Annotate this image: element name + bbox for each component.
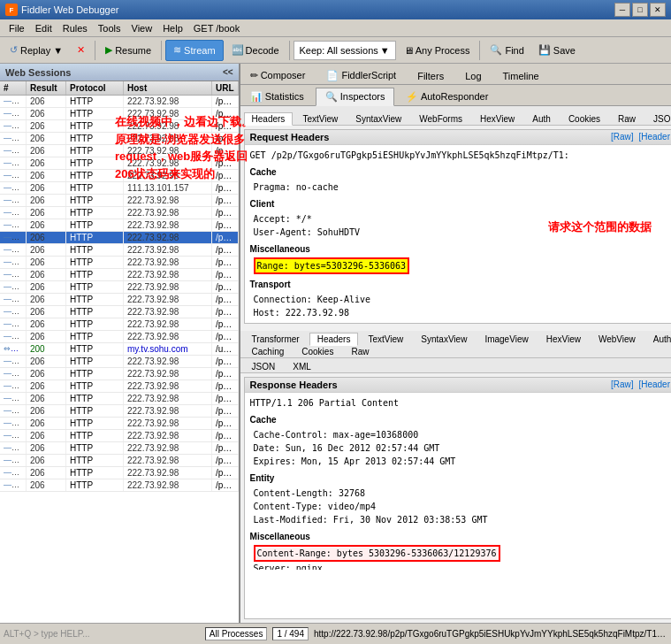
table-row[interactable]: —475 206 HTTP 222.73.92.98 /p2p/TGx... [0,455,239,467]
resp-tab-textview[interactable]: TextView [360,333,411,345]
table-row[interactable]: —471 206 HTTP 222.73.92.98 /p2p/TGx... [0,405,239,418]
req-tab-hexview[interactable]: HexView [472,112,522,125]
td-num: —468 [0,368,27,380]
process-selector[interactable]: All Processes [205,627,268,640]
x-button[interactable]: ✕ [71,40,91,61]
stream-button[interactable]: ≋ Stream [165,40,223,61]
td-protocol: HTTP [66,182,124,194]
tab-filters[interactable]: Filters [408,67,454,84]
td-host: 222.73.92.98 [124,331,212,342]
table-row[interactable]: —473 206 HTTP 222.73.92.98 /p2p/TGx... [0,430,239,442]
resp-tab-syntaxview[interactable]: SyntaxView [413,333,475,345]
minimize-button[interactable]: ─ [614,3,630,17]
resp-tab-caching[interactable]: Caching [244,345,293,357]
decode-button[interactable]: 🔤 Decode [225,40,286,61]
table-row[interactable]: —456 206 HTTP 222.73.92.98 /p2p/TGx... [0,219,239,232]
table-row[interactable]: —476 206 HTTP 222.73.92.98 /p2p/TGx... [0,467,239,479]
table-row[interactable]: —448 206 HTTP 222.73.92.98 /p2p/TGx... [0,120,239,133]
menu-rules[interactable]: Rules [57,21,93,35]
menu-get-book[interactable]: GET /book [188,21,245,35]
tab-timeline[interactable]: Timeline [493,67,549,84]
request-raw-link[interactable]: [Raw] [611,132,634,142]
table-row[interactable]: —469 206 HTTP 222.73.92.98 /p2p/TGx... [0,380,239,393]
tab-log[interactable]: Log [455,67,491,84]
menu-file[interactable]: File [4,21,30,35]
table-row[interactable]: —446 206 HTTP 222.73.92.98 /p2p/TGx... [0,96,239,108]
table-row[interactable]: —452 206 HTTP 222.73.92.98 /p2p/TGx... [0,170,239,182]
resume-button[interactable]: ▶ Resume [99,40,157,61]
menu-help[interactable]: Help [157,21,188,35]
req-tab-json[interactable]: JSON [645,112,671,125]
tab-autoresponder[interactable]: ⚡ AutoResponder [396,88,498,105]
table-row[interactable]: —463 206 HTTP 222.73.92.98 /p2p/TGx... [0,306,239,318]
resp-tab-json[interactable]: JSON [244,360,284,372]
table-row[interactable]: —477 206 HTTP 222.73.92.98 /p2p/TGx... [0,479,239,492]
statistics-icon: 📊 [250,91,263,102]
table-row[interactable]: —470 206 HTTP 222.73.92.98 /p2p/TGx... [0,393,239,405]
close-button[interactable]: ✕ [650,3,666,17]
resp-tab-headers[interactable]: Headers [309,333,359,346]
table-row[interactable]: —458 206 HTTP 222.73.92.98 /p2p/TGx... [0,244,239,257]
table-row[interactable]: —468 206 HTTP 222.73.92.98 /p2p/TGx... [0,368,239,380]
req-tab-headers[interactable]: Headers [244,112,294,126]
table-row[interactable]: —461 206 HTTP 222.73.92.98 /p2p/TGx... [0,281,239,294]
table-row[interactable]: —472 206 HTTP 222.73.92.98 /p2p/TGx... [0,418,239,430]
table-row[interactable]: —455 206 HTTP 222.73.92.98 /p2p/TGx... [0,207,239,219]
find-button[interactable]: 🔍 Find [484,40,530,61]
table-row[interactable]: —454 206 HTTP 222.73.92.98 /p2p/TGx... [0,195,239,207]
menu-tools[interactable]: Tools [93,21,126,35]
request-header-defs-link[interactable]: [Header Definitions] [638,132,671,142]
table-row[interactable]: —449 206 HTTP 222.73.92.98 /p2p/TGx... [0,133,239,145]
collapse-sessions-button[interactable]: << [223,67,233,77]
resp-tab-imageview[interactable]: ImageView [477,333,536,345]
table-row[interactable]: —459 206 HTTP 222.73.92.98 /p2p/TGx... [0,257,239,269]
table-row[interactable]: —457 206 HTTP 222.73.92.98 /p2p/TGx... [0,232,239,244]
response-header-defs-link[interactable]: [Header Definitions] [638,380,671,390]
req-tab-textview[interactable]: TextView [294,112,346,125]
maximize-button[interactable]: □ [632,3,648,17]
resp-tab-transformer[interactable]: Transformer [244,333,308,345]
cache-title: Cache [250,165,671,179]
resp-tab-webview[interactable]: WebView [591,333,644,345]
tab-fiddlerscript[interactable]: 📄 FiddlerScript [316,66,406,84]
resp-tab-cookies[interactable]: Cookies [294,345,341,357]
menu-view[interactable]: View [126,21,158,35]
table-row[interactable]: —453 206 HTTP 111.13.101.157 /p2p/TGx... [0,182,239,195]
req-tab-webforms[interactable]: WebForms [411,112,470,125]
resp-tab-raw[interactable]: Raw [343,345,377,357]
keep-dropdown[interactable]: Keep: All sessions ▼ [294,41,396,60]
td-url: /p2p/TGx... [212,145,239,157]
resp-tab-hexview[interactable]: HexView [538,333,589,345]
req-tab-cookies[interactable]: Cookies [560,112,608,125]
menu-edit[interactable]: Edit [30,21,57,35]
right-panel: ✏ Composer 📄 FiddlerScript Filters Log T… [240,64,671,623]
req-tab-auth[interactable]: Auth [524,112,559,125]
table-row[interactable]: —450 206 HTTP 222.73.92.98 /p2p/TGx... [0,145,239,157]
tab-statistics[interactable]: 📊 Statistics [240,88,314,105]
table-row[interactable]: —447 206 HTTP 222.73.92.98 /p2p/TGx... [0,108,239,120]
replay-button[interactable]: ↺ Replay ▼ [4,40,69,61]
table-row[interactable]: —460 206 HTTP 222.73.92.98 /p2p/TGx... [0,269,239,281]
tab-composer[interactable]: ✏ Composer [240,66,316,84]
td-protocol: HTTP [66,343,124,355]
req-tab-raw[interactable]: Raw [610,112,644,125]
table-row[interactable]: —464 206 HTTP 222.73.92.98 /p2p/TGx... [0,318,239,331]
table-row[interactable]: —465 206 HTTP 222.73.92.98 /p2p/TGx... [0,331,239,343]
td-num: —472 [0,418,27,429]
status-bar: ALT+Q > type HELP... All Processes 1 / 4… [0,623,671,644]
table-row[interactable]: —474 206 HTTP 222.73.92.98 /p2p/TGx... [0,442,239,455]
resp-tab-auth[interactable]: Auth [645,333,671,345]
save-button[interactable]: 💾 Save [532,40,582,61]
table-row[interactable]: —462 206 HTTP 222.73.92.98 /p2p/TGx... [0,294,239,306]
tab-inspectors[interactable]: 🔍 Inspectors [316,88,395,106]
table-row[interactable]: ⇔466 200 HTTP my.tv.sohu.com /user/carc.… [0,343,239,356]
td-num: —446 [0,96,27,107]
response-content: HTTP/1.1 206 Partial Content Cache Cache… [245,393,671,570]
process-button[interactable]: 🖥 Any Process [398,42,477,58]
table-row[interactable]: —451 206 HTTP 222.73.92.98 /p2p/TGx... [0,157,239,170]
content-range-highlight: Content-Range: bytes 5303296-5336063/121… [254,545,500,562]
req-tab-syntaxview[interactable]: SyntaxView [347,112,409,125]
table-row[interactable]: —467 206 HTTP 222.73.92.98 /p2p/TGx... [0,356,239,368]
resp-tab-xml[interactable]: XML [285,360,319,372]
response-raw-link[interactable]: [Raw] [611,380,634,390]
